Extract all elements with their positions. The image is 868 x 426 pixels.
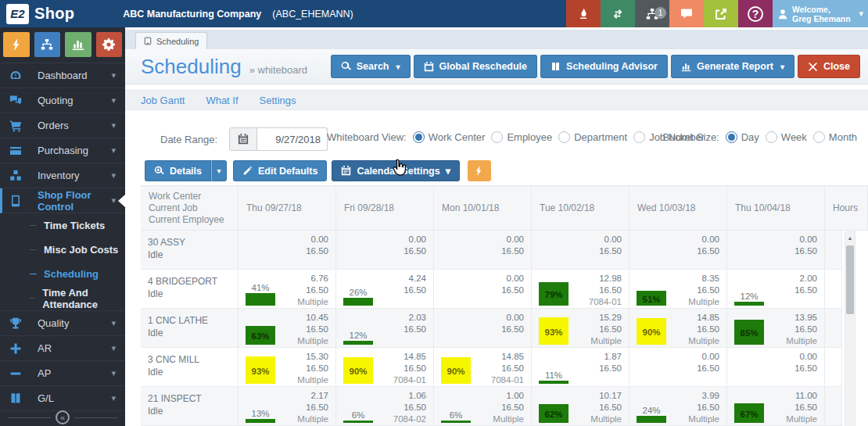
schedule-cell[interactable]: 0.0016.50: [727, 231, 825, 269]
schedule-cell[interactable]: 79%12.9816.507084-01: [532, 270, 629, 308]
search-button[interactable]: Search▾: [331, 55, 411, 78]
schedule-cell[interactable]: 0.0016.50: [434, 270, 532, 308]
schedule-cell[interactable]: 11%1.8716.50: [532, 348, 629, 386]
schedule-cell[interactable]: 67%11.0016.50Multiple: [727, 387, 825, 425]
cell-values: 15.2916.50Multiple: [572, 309, 629, 347]
details-button[interactable]: Details: [145, 160, 211, 181]
schedule-cell[interactable]: 85%13.9516.50Multiple: [727, 309, 825, 347]
chat-icon[interactable]: [669, 0, 704, 27]
sidebar-item-quoting[interactable]: Quoting▾: [0, 88, 125, 113]
sidebar-item-g-l[interactable]: G/L▾: [0, 386, 125, 411]
scroll-up-arrow[interactable]: ▲: [845, 232, 855, 244]
date-picker-button[interactable]: [229, 127, 257, 151]
chart-quick-button[interactable]: [65, 32, 91, 57]
bucket-size-week-radio[interactable]: Week: [766, 131, 807, 143]
work-center-cell[interactable]: 30 ASSYIdle: [141, 231, 239, 269]
sidebar-item-dashboard[interactable]: Dashboard▾: [0, 63, 125, 88]
sidebar-item-ar[interactable]: AR▾: [0, 336, 125, 361]
sidebar-item-inventory[interactable]: Inventory▾: [0, 163, 125, 188]
edit-defaults-label: Edit Defaults: [258, 166, 317, 177]
chevron-down-icon: ▾: [111, 318, 116, 328]
schedule-cell[interactable]: 0.0016.50: [434, 231, 532, 269]
work-center-cell[interactable]: 4 BRIDGEPORTIdle: [141, 270, 239, 308]
schedule-cell[interactable]: 13%2.1716.50Multiple: [239, 387, 336, 425]
sidebar-item-ap[interactable]: AP▾: [0, 361, 125, 386]
bucket-size-month-radio[interactable]: Month: [813, 131, 857, 143]
schedule-cell[interactable]: 90%14.8516.50Multiple: [629, 309, 727, 347]
subnav-what-if[interactable]: What If: [206, 95, 238, 106]
whiteboard-view-work-center-radio[interactable]: Work Center: [413, 131, 486, 143]
schedule-cell[interactable]: 6%1.0016.50Multiple: [434, 387, 532, 425]
schedule-cell[interactable]: 93%15.2916.50Multiple: [532, 309, 629, 347]
schedule-cell[interactable]: 24%3.9916.50Multiple: [629, 387, 727, 425]
schedule-cell[interactable]: 41%6.7616.50Multiple: [239, 270, 336, 308]
sitemap-icon[interactable]: 1: [635, 0, 669, 27]
schedule-cell[interactable]: 0.0016.50: [239, 231, 336, 269]
flame-icon[interactable]: [566, 0, 601, 27]
utilization-bar-zone: [336, 231, 377, 269]
plus-icon: [9, 342, 30, 355]
whiteboard-view-employee-radio[interactable]: Employee: [491, 131, 552, 143]
details-dropdown-caret[interactable]: ▾: [211, 160, 227, 181]
schedule-cell[interactable]: 0.0016.50: [532, 231, 629, 269]
utilization-bar-zone: 93%: [239, 348, 279, 386]
utilization-percent: 12%: [734, 292, 764, 301]
sidebar-item-quality[interactable]: Quality▾: [0, 311, 125, 336]
schedule-cell[interactable]: 90%14.8516.507084-01: [336, 348, 434, 386]
sitemap-quick-button[interactable]: [34, 32, 61, 57]
sidebar-collapse-button[interactable]: «: [56, 410, 70, 424]
sidebar-item-orders[interactable]: Orders▾: [0, 113, 125, 138]
sidebar-subitem-time-and-attendance[interactable]: Time And Attendance: [0, 286, 125, 310]
quick-action-bolt-button[interactable]: [468, 160, 491, 181]
schedule-cell[interactable]: 0.0016.50: [727, 348, 825, 386]
refresh-icon[interactable]: [601, 0, 635, 27]
bolt-quick-button[interactable]: [3, 32, 30, 57]
utilization-bar-zone: [434, 270, 475, 308]
schedule-cell[interactable]: 12%2.0016.50: [727, 270, 825, 308]
generate-report-button[interactable]: Generate Report▾: [671, 55, 794, 78]
gears-quick-button[interactable]: [96, 32, 123, 57]
schedule-cell[interactable]: 12%2.0316.50: [336, 309, 434, 347]
work-center-cell[interactable]: 1 CNC LATHEIdle: [141, 309, 239, 347]
subnav-settings[interactable]: Settings: [260, 95, 296, 106]
global-reschedule-button[interactable]: Global Reschedule: [414, 55, 538, 78]
date-range-input[interactable]: [257, 127, 328, 151]
sidebar-subitem-misc-job-costs[interactable]: Misc Job Costs: [0, 238, 125, 262]
sidebar-subitem-time-tickets[interactable]: Time Tickets: [0, 213, 125, 238]
close-button[interactable]: Close: [798, 55, 860, 78]
schedule-cell[interactable]: 26%4.2416.50: [336, 270, 434, 308]
bolt-icon: [474, 166, 484, 176]
schedule-cell[interactable]: 93%15.3016.50Multiple: [239, 348, 336, 386]
schedule-cell[interactable]: 0.0016.50: [336, 231, 434, 269]
edit-defaults-button[interactable]: Edit Defaults: [233, 160, 327, 181]
vertical-scrollbar[interactable]: ▲: [845, 231, 855, 426]
calendar-settings-button[interactable]: Calendar Settings ▾: [332, 160, 460, 181]
calendar-icon: [341, 166, 351, 176]
schedule-cell[interactable]: 62%10.1716.50Multiple: [532, 387, 629, 425]
sidebar-item-shop-floor-control[interactable]: Shop Floor Control▾: [0, 188, 125, 213]
schedule-cell[interactable]: 51%8.3516.50Multiple: [629, 270, 727, 308]
tab-scheduling[interactable]: Scheduling: [135, 32, 207, 49]
whiteboard-view-department-radio[interactable]: Department: [558, 131, 627, 143]
cell-values: 2.1716.50Multiple: [279, 387, 335, 425]
sidebar-item-purchasing[interactable]: Purchasing▾: [0, 138, 125, 163]
subnav-job-gantt[interactable]: Job Gantt: [141, 95, 185, 106]
scheduling-advisor-button[interactable]: Scheduling Advisor: [540, 55, 668, 78]
sidebar-subitem-scheduling[interactable]: Scheduling: [0, 262, 125, 286]
table-row: 21 INSPECTIdle13%2.1716.50Multiple6%1.06…: [141, 387, 842, 426]
page-title: Scheduling: [141, 55, 242, 79]
schedule-cell[interactable]: 6%1.0616.507084-02: [336, 387, 434, 425]
external-link-icon[interactable]: [704, 0, 738, 27]
scrollbar-thumb[interactable]: [846, 245, 854, 314]
utilization-bar-zone: [532, 231, 572, 269]
schedule-cell[interactable]: 0.0016.50: [629, 231, 727, 269]
help-icon[interactable]: ?: [738, 0, 773, 27]
user-menu[interactable]: Welcome,Greg Ehemann▾: [773, 0, 868, 27]
work-center-cell[interactable]: 3 CNC MILLIdle: [141, 348, 239, 386]
work-center-cell[interactable]: 21 INSPECTIdle: [141, 387, 239, 425]
schedule-cell[interactable]: 0.0016.50: [629, 348, 727, 386]
schedule-cell[interactable]: 0.0016.50: [434, 309, 532, 347]
schedule-cell[interactable]: 90%14.8516.507084-01: [434, 348, 532, 386]
bucket-size-day-radio[interactable]: Day: [726, 131, 759, 143]
schedule-cell[interactable]: 63%10.4516.50Multiple: [239, 309, 336, 347]
